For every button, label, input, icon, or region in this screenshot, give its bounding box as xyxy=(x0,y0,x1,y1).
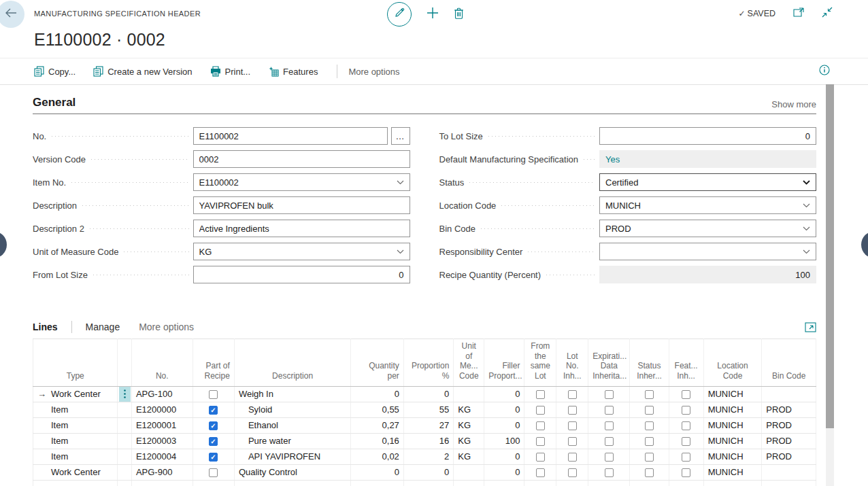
quantity_per-cell[interactable]: 0,16 xyxy=(351,433,404,449)
no-cell[interactable]: E1200003 xyxy=(131,433,193,449)
feat-inh-checkbox[interactable] xyxy=(682,390,690,399)
part-of-recipe-checkbox[interactable] xyxy=(209,406,218,415)
description-cell[interactable]: Quality Control xyxy=(234,464,350,480)
print-button[interactable]: Print... xyxy=(210,66,251,77)
lot-no-inh-checkbox[interactable] xyxy=(568,390,577,399)
menu-cell[interactable] xyxy=(118,433,131,449)
part_of_recipe-cell[interactable] xyxy=(193,449,234,464)
info-icon[interactable] xyxy=(819,65,830,78)
copy-button[interactable]: Copy... xyxy=(34,66,76,77)
description-cell[interactable]: Pure water xyxy=(234,433,350,449)
part-of-recipe-checkbox[interactable] xyxy=(209,468,218,477)
lot_no_inh-cell[interactable] xyxy=(556,464,588,480)
status-inh-checkbox[interactable] xyxy=(645,453,654,462)
from-lot-size-field[interactable]: 0 xyxy=(193,266,410,283)
empty-cell[interactable] xyxy=(588,480,630,486)
part-of-recipe-checkbox[interactable] xyxy=(209,437,218,446)
status_inh-cell[interactable] xyxy=(630,417,669,433)
from-same-lot-checkbox[interactable] xyxy=(536,421,545,430)
part-of-recipe-checkbox[interactable] xyxy=(209,453,218,462)
bin-cell[interactable]: PROD xyxy=(762,433,816,449)
exp_inh-cell[interactable] xyxy=(588,402,630,417)
responsibility-center-field[interactable] xyxy=(599,243,816,260)
type-cell[interactable]: Item xyxy=(33,449,118,464)
quantity_per-cell[interactable]: 0,02 xyxy=(351,449,404,464)
part_of_recipe-cell[interactable] xyxy=(193,433,234,449)
delete-button[interactable] xyxy=(454,7,464,22)
description-cell[interactable]: Syloid xyxy=(234,402,350,417)
from-same-lot-checkbox[interactable] xyxy=(536,437,545,446)
feat-inh-checkbox[interactable] xyxy=(682,437,690,446)
type-cell[interactable]: Item xyxy=(33,433,118,449)
features-button[interactable]: Features xyxy=(268,66,318,77)
menu-cell[interactable] xyxy=(118,386,131,402)
empty-cell[interactable] xyxy=(131,480,193,486)
chevron-down-icon[interactable] xyxy=(803,249,810,254)
bin-cell[interactable] xyxy=(762,464,816,480)
empty-cell[interactable] xyxy=(118,480,131,486)
location-cell[interactable]: MUNICH xyxy=(703,386,762,402)
part_of_recipe-cell[interactable] xyxy=(193,402,234,417)
from_same_lot-cell[interactable] xyxy=(524,449,556,464)
to-lot-size-field[interactable]: 0 xyxy=(599,127,816,145)
chevron-down-icon[interactable] xyxy=(397,249,404,254)
col-header-part_of_recipe[interactable]: Part of Recipe xyxy=(193,339,234,387)
exp-inh-checkbox[interactable] xyxy=(605,390,614,399)
lot_no_inh-cell[interactable] xyxy=(556,433,588,449)
add-button[interactable] xyxy=(427,7,439,22)
status_inh-cell[interactable] xyxy=(630,449,669,464)
row-menu-button[interactable] xyxy=(119,387,131,402)
empty-cell[interactable] xyxy=(524,480,556,486)
from-same-lot-checkbox[interactable] xyxy=(536,468,545,477)
col-header-feat_inh[interactable]: Feat... Inh... xyxy=(669,339,703,387)
col-header-lot_no_inh[interactable]: Lot No. Inh... xyxy=(556,339,588,387)
col-header-status_inh[interactable]: Status Inher... xyxy=(630,339,669,387)
col-header-type[interactable]: Type xyxy=(33,339,118,387)
tab-lines[interactable]: Lines xyxy=(33,322,58,332)
col-header-uom[interactable]: Unit of Me... Code xyxy=(454,339,484,387)
show-more-link[interactable]: Show more xyxy=(771,99,816,109)
from_same_lot-cell[interactable] xyxy=(524,386,556,402)
empty-cell[interactable] xyxy=(234,480,350,486)
status_inh-cell[interactable] xyxy=(630,402,669,417)
from-same-lot-checkbox[interactable] xyxy=(536,453,545,462)
exp-inh-checkbox[interactable] xyxy=(605,468,614,477)
empty-cell[interactable] xyxy=(669,480,703,486)
status-inh-checkbox[interactable] xyxy=(645,437,654,446)
quantity_per-cell[interactable]: 0,55 xyxy=(351,402,404,417)
unit-of-measure-code-field[interactable]: KG xyxy=(193,243,410,260)
status-inh-checkbox[interactable] xyxy=(645,468,654,477)
tab-manage[interactable]: Manage xyxy=(86,322,120,332)
empty-cell[interactable] xyxy=(484,480,524,486)
open-in-new-window-button[interactable] xyxy=(793,7,804,20)
uom-cell[interactable] xyxy=(454,386,484,402)
from-same-lot-checkbox[interactable] xyxy=(536,406,545,415)
empty-cell[interactable] xyxy=(762,480,816,486)
location-cell[interactable]: MUNICH xyxy=(703,464,762,480)
no-cell[interactable]: APG-900 xyxy=(131,464,193,480)
part-of-recipe-checkbox[interactable] xyxy=(209,421,218,430)
part_of_recipe-cell[interactable] xyxy=(193,464,234,480)
description-cell[interactable]: Weigh In xyxy=(234,386,350,402)
lot_no_inh-cell[interactable] xyxy=(556,449,588,464)
exp-inh-checkbox[interactable] xyxy=(605,437,614,446)
lot_no_inh-cell[interactable] xyxy=(556,386,588,402)
chevron-down-icon[interactable] xyxy=(803,180,810,185)
part-of-recipe-checkbox[interactable] xyxy=(209,390,218,399)
bin-cell[interactable] xyxy=(762,386,816,402)
uom-cell[interactable]: KG xyxy=(454,449,484,464)
col-header-location[interactable]: Location Code xyxy=(703,339,762,387)
menu-cell[interactable] xyxy=(118,417,131,433)
filler-cell[interactable]: 0 xyxy=(484,402,524,417)
status_inh-cell[interactable] xyxy=(630,464,669,480)
empty-cell[interactable] xyxy=(33,480,118,486)
exp_inh-cell[interactable] xyxy=(588,386,630,402)
back-button[interactable] xyxy=(0,1,24,28)
status-inh-checkbox[interactable] xyxy=(645,406,654,415)
item-no-field[interactable]: E1100002 xyxy=(193,173,410,191)
lines-more-options[interactable]: More options xyxy=(139,322,194,332)
lot_no_inh-cell[interactable] xyxy=(556,402,588,417)
bin-cell[interactable]: PROD xyxy=(762,417,816,433)
create-new-version-button[interactable]: Create a new Version xyxy=(93,66,192,77)
lot-no-inh-checkbox[interactable] xyxy=(568,421,577,430)
